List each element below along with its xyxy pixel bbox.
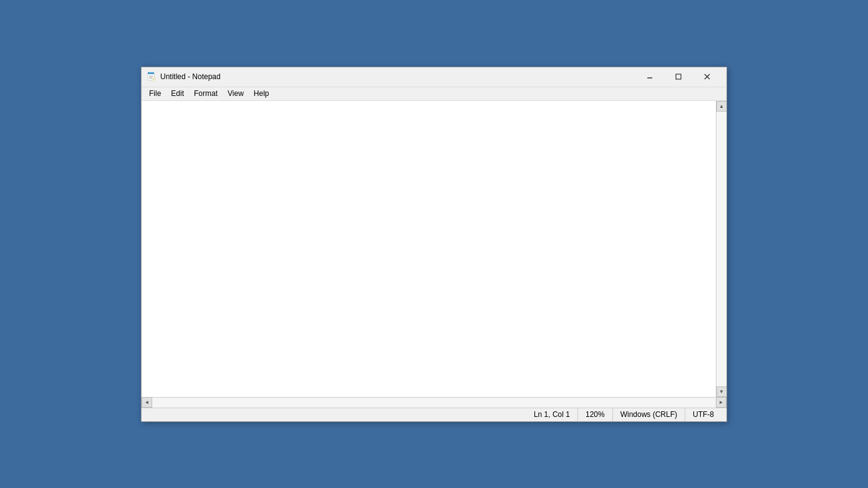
window-title: Untitled - Notepad [160,72,221,81]
svg-rect-1 [148,72,154,74]
svg-rect-9 [676,74,681,79]
cursor-position: Ln 1, Col 1 [526,408,577,421]
scroll-left-icon: ◄ [145,399,150,405]
editor-area: ▲ ▼ [142,101,726,397]
scroll-down-button[interactable]: ▼ [716,386,727,397]
vertical-scrollbar[interactable]: ▲ ▼ [716,101,726,397]
app-icon [147,72,157,82]
menu-format[interactable]: Format [189,88,223,99]
menu-help[interactable]: Help [249,88,274,99]
maximize-button[interactable] [664,67,693,87]
scroll-left-button[interactable]: ◄ [142,397,152,408]
text-editor[interactable] [142,101,716,397]
zoom-level: 120% [577,408,612,421]
line-ending: Windows (CRLF) [612,408,685,421]
title-bar: Untitled - Notepad [142,67,726,87]
svg-rect-5 [152,77,155,81]
title-bar-left: Untitled - Notepad [147,72,221,82]
close-button[interactable] [693,67,721,87]
encoding: UTF-8 [685,408,721,421]
notepad-window: Untitled - Notepad File Edi [141,67,727,422]
minimize-button[interactable] [635,67,664,87]
scroll-track-vertical[interactable] [716,112,726,386]
scroll-down-icon: ▼ [719,389,724,395]
scroll-up-button[interactable]: ▲ [716,101,727,112]
scroll-track-horizontal[interactable] [152,398,716,408]
menu-bar: File Edit Format View Help [142,87,726,101]
title-bar-controls [635,67,721,87]
menu-edit[interactable]: Edit [166,88,189,99]
menu-file[interactable]: File [144,88,166,99]
scroll-right-button[interactable]: ► [716,397,726,408]
status-bar: Ln 1, Col 1 120% Windows (CRLF) UTF-8 [142,408,726,421]
scroll-right-icon: ► [719,399,724,405]
menu-view[interactable]: View [223,88,249,99]
horizontal-scrollbar: ◄ ► [142,397,726,408]
scroll-up-icon: ▲ [719,103,724,109]
